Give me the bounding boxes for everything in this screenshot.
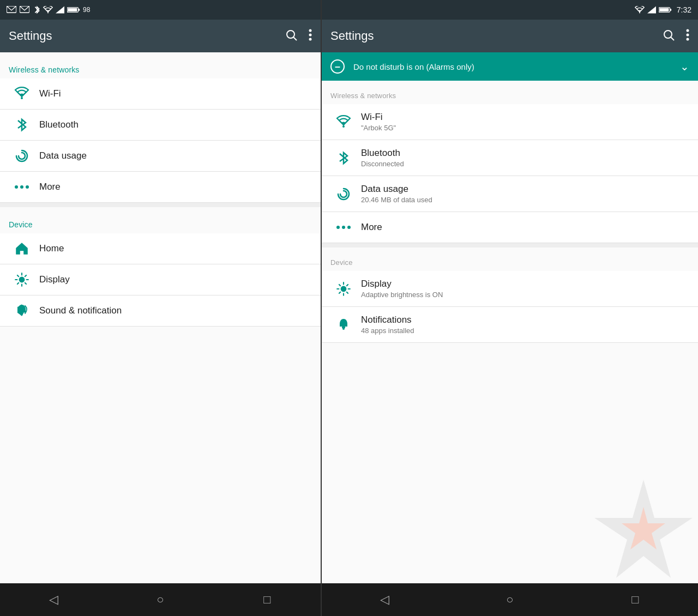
notifications-icon-right: [330, 317, 357, 333]
setting-data-right[interactable]: Data usage 20.46 MB of data used: [322, 176, 698, 212]
more-icon-right: [330, 220, 357, 235]
svg-rect-22: [670, 9, 671, 10]
setting-more-left[interactable]: More: [0, 172, 321, 203]
status-bar-left: 98 12:13: [0, 0, 321, 20]
svg-point-16: [19, 277, 25, 283]
display-title-left: Display: [39, 274, 312, 285]
svg-point-26: [687, 29, 689, 32]
wifi-text-left: Wi-Fi: [35, 88, 312, 99]
battery-text: 98: [83, 6, 90, 14]
gmail-icon-1: [7, 6, 16, 14]
status-icons-left: [7, 6, 29, 14]
dnd-icon: –: [330, 59, 345, 74]
display-subtitle-right: Adaptive brightness is ON: [361, 291, 689, 299]
wifi-icon-left: [9, 86, 35, 101]
data-title-left: Data usage: [39, 150, 312, 161]
svg-point-11: [309, 38, 312, 41]
setting-wifi-right[interactable]: Wi-Fi "Arbok 5G": [322, 104, 698, 140]
more-text-right: More: [357, 222, 689, 233]
home-text-left: Home: [35, 243, 312, 254]
home-btn-left[interactable]: ○: [144, 589, 177, 611]
more-title-right: More: [361, 222, 689, 233]
svg-point-15: [26, 185, 29, 189]
wifi-status-right: [635, 6, 645, 14]
bottom-nav-left: ◁ ○ □: [0, 583, 321, 616]
search-button-right[interactable]: [662, 28, 675, 44]
setting-notifications-right[interactable]: Notifications 48 apps installed: [322, 307, 698, 343]
more-title-left: More: [39, 182, 312, 192]
search-button-left[interactable]: [285, 28, 298, 44]
home-title-left: Home: [39, 243, 312, 254]
svg-point-29: [342, 125, 345, 128]
overflow-button-left[interactable]: [309, 28, 312, 44]
svg-point-31: [342, 226, 345, 229]
svg-point-30: [336, 226, 340, 229]
display-icon-left: [9, 272, 35, 287]
svg-point-33: [341, 286, 347, 292]
display-icon-right: [330, 281, 357, 297]
wifi-subtitle-right: "Arbok 5G": [361, 124, 689, 132]
data-text-right: Data usage 20.46 MB of data used: [357, 184, 689, 204]
setting-data-left[interactable]: Data usage: [0, 141, 321, 172]
setting-bluetooth-left[interactable]: Bluetooth: [0, 110, 321, 141]
svg-marker-20: [647, 7, 656, 14]
home-btn-right[interactable]: ○: [494, 589, 526, 611]
svg-line-8: [294, 38, 297, 41]
bluetooth-title-right: Bluetooth: [361, 148, 689, 159]
app-bar-right: Settings: [322, 20, 698, 52]
notifications-subtitle-right: 48 apps installed: [361, 327, 689, 335]
section-header-device-right: Device: [322, 247, 698, 271]
svg-point-28: [687, 38, 689, 41]
back-btn-right[interactable]: ◁: [368, 589, 401, 611]
divider-right: [322, 243, 698, 247]
home-icon-left: [9, 241, 35, 256]
overflow-button-right[interactable]: [686, 28, 689, 44]
bluetooth-icon-right: [330, 150, 357, 166]
svg-marker-3: [56, 7, 64, 14]
section-header-wireless-right: Wireless & networks: [322, 81, 698, 104]
app-bar-icons-left: [285, 28, 312, 44]
sound-title-left: Sound & notification: [39, 305, 312, 316]
status-bar-right: 7:32: [322, 0, 698, 20]
svg-rect-23: [659, 8, 669, 11]
dnd-text: Do not disturb is on (Alarms only): [353, 62, 680, 71]
setting-wifi-left[interactable]: Wi-Fi: [0, 78, 321, 110]
app-title-left: Settings: [9, 29, 285, 43]
back-btn-left[interactable]: ◁: [37, 589, 70, 611]
svg-point-2: [47, 12, 49, 13]
svg-point-14: [20, 185, 23, 189]
more-icon-left: [9, 179, 35, 195]
more-text-left: More: [35, 182, 312, 192]
data-text-left: Data usage: [35, 150, 312, 161]
bottom-nav-right: ◁ ○ □: [322, 583, 698, 616]
display-title-right: Display: [361, 279, 689, 289]
search-icon-right: [662, 28, 675, 41]
bt-status-icon: [34, 5, 40, 15]
sound-icon-left: [9, 303, 35, 318]
time-right: 7:32: [677, 5, 691, 14]
recents-btn-left[interactable]: □: [251, 589, 284, 611]
setting-more-right[interactable]: More: [322, 212, 698, 243]
svg-rect-5: [79, 9, 80, 10]
setting-bluetooth-right[interactable]: Bluetooth Disconnected: [322, 140, 698, 176]
setting-display-left[interactable]: Display: [0, 264, 321, 295]
bluetooth-subtitle-right: Disconnected: [361, 160, 689, 168]
bluetooth-icon-left: [9, 117, 35, 132]
signal-icon: [56, 6, 64, 14]
data-subtitle-right: 20.46 MB of data used: [361, 196, 689, 204]
svg-point-27: [687, 34, 689, 37]
left-panel: 98 12:13 Settings Wireless &: [0, 0, 322, 616]
wifi-title-left: Wi-Fi: [39, 88, 312, 99]
dnd-banner[interactable]: – Do not disturb is on (Alarms only) ⌄: [322, 52, 698, 81]
svg-point-7: [287, 31, 294, 38]
recents-btn-right[interactable]: □: [619, 589, 652, 611]
svg-point-9: [309, 29, 312, 32]
setting-sound-left[interactable]: Sound & notification: [0, 295, 321, 327]
svg-line-25: [671, 38, 675, 41]
app-title-right: Settings: [330, 29, 662, 43]
data-icon-right: [330, 186, 357, 202]
overflow-icon-right: [686, 28, 689, 41]
setting-home-left[interactable]: Home: [0, 233, 321, 264]
battery-right: [659, 6, 672, 14]
setting-display-right[interactable]: Display Adaptive brightness is ON: [322, 271, 698, 307]
